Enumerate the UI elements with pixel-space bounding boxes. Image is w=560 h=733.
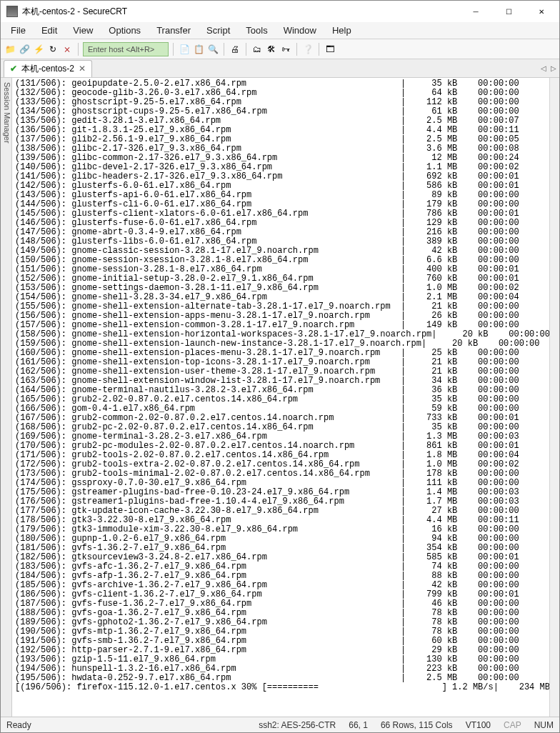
tabbar: ✔ 本机-centos-2 ✕ ◁ ▷ [1, 59, 559, 78]
toolbar: 📁 🔗 ⚡ ↻ ⨯ Enter host <Alt+R> 📄 📋 🔍 🖨 🗂 🛠… [1, 39, 559, 59]
menu-script[interactable]: Script [199, 23, 237, 38]
session-manager-panel[interactable]: Session Manager [1, 78, 12, 717]
status-cipher: ssh2: AES-256-CTR [259, 720, 336, 730]
menu-window[interactable]: Window [276, 23, 324, 38]
titlebar: 本机-centos-2 - SecureCRT ─ ☐ ✕ [1, 1, 559, 22]
close-button[interactable]: ✕ [525, 1, 558, 22]
find-icon[interactable]: 🔍 [206, 43, 219, 56]
separator [78, 43, 79, 56]
menubar: File Edit View Options Transfer Script T… [1, 22, 559, 39]
status-size: 66 Rows, 115 Cols [381, 720, 453, 730]
status-num: NUM [534, 720, 554, 730]
status-ready: Ready [6, 720, 31, 730]
disconnect-icon[interactable]: ⨯ [61, 43, 74, 56]
paste-icon[interactable]: 📋 [192, 43, 205, 56]
status-cursor: 66, 1 [349, 720, 368, 730]
minimize-button[interactable]: ─ [459, 1, 492, 22]
help-icon[interactable]: ❔ [301, 43, 314, 56]
menu-tools[interactable]: Tools [239, 23, 274, 38]
menu-file[interactable]: File [4, 23, 33, 38]
separator [246, 43, 246, 56]
print-icon[interactable]: 🖨 [229, 43, 241, 56]
separator [224, 43, 224, 56]
terminal-progress-line: [(196/506): firefox-115.12.0-1.el7.cento… [15, 683, 548, 692]
workspace: Session Manager (131/506): geoipupdate-2… [1, 78, 559, 717]
copy-icon[interactable]: 📄 [178, 43, 191, 56]
key-icon[interactable]: 🗝 [279, 43, 292, 56]
tab-close-icon[interactable]: ✕ [79, 64, 86, 74]
properties-icon[interactable]: 🗂 [251, 43, 264, 56]
status-term: VT100 [466, 720, 491, 730]
reconnect-icon[interactable]: ↻ [46, 43, 59, 56]
menu-transfer[interactable]: Transfer [149, 23, 198, 38]
status-caps: CAP [504, 720, 521, 730]
menu-view[interactable]: View [66, 23, 100, 38]
options-icon[interactable]: 🛠 [265, 43, 278, 56]
connect-icon[interactable]: 🔗 [18, 43, 31, 56]
session-tab[interactable]: ✔ 本机-centos-2 ✕ [4, 60, 92, 77]
host-input-placeholder: Enter host <Alt+R> [88, 45, 154, 54]
session-manager-icon[interactable]: 📁 [4, 43, 16, 56]
menu-help[interactable]: Help [325, 23, 359, 38]
tab-left-icon[interactable]: ◁ [541, 64, 546, 72]
separator [319, 43, 319, 56]
separator [173, 43, 174, 56]
tab-right-icon[interactable]: ▷ [551, 64, 556, 72]
quick-connect-icon[interactable]: ⚡ [32, 43, 45, 56]
connected-icon: ✔ [10, 64, 17, 74]
menu-options[interactable]: Options [101, 23, 148, 38]
separator [296, 43, 297, 56]
session-tab-label: 本机-centos-2 [21, 63, 74, 75]
session-manager-label: Session Manager [3, 82, 11, 144]
host-input[interactable]: Enter host <Alt+R> [83, 42, 169, 56]
toggle-icon[interactable]: 🗔 [324, 43, 336, 56]
scrollbar[interactable] [549, 78, 559, 717]
statusbar: Ready ssh2: AES-256-CTR 66, 1 66 Rows, 1… [1, 717, 559, 732]
window-title: 本机-centos-2 - SecureCRT [22, 6, 459, 18]
terminal-output[interactable]: (131/506): geoipupdate-2.5.0-2.el7.x86_6… [12, 78, 549, 717]
app-icon [6, 6, 18, 17]
maximize-button[interactable]: ☐ [492, 1, 525, 22]
menu-edit[interactable]: Edit [34, 23, 64, 38]
